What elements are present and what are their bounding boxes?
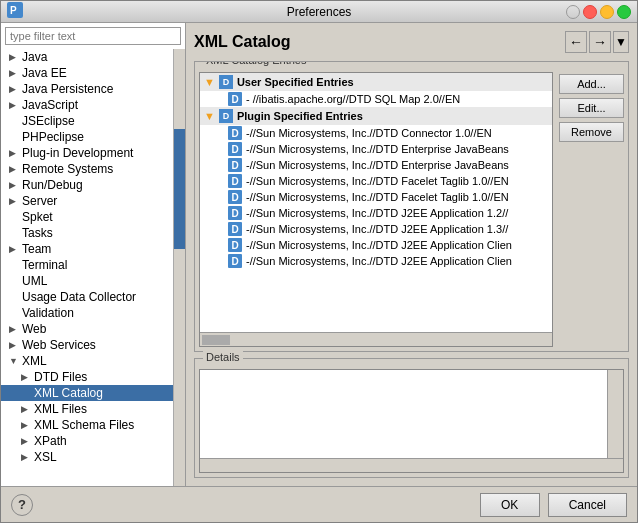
sidebar-item-team[interactable]: ▶ Team <box>1 241 173 257</box>
sidebar-item-label: UML <box>22 274 47 288</box>
hscrollbar-thumb[interactable] <box>202 335 230 345</box>
entry-doc-icon: D <box>228 142 242 156</box>
sidebar-scrollbar[interactable] <box>173 49 185 486</box>
sidebar-item-label: JSEclipse <box>22 114 75 128</box>
remove-button[interactable]: Remove <box>559 122 624 142</box>
sidebar-item-javapersistence[interactable]: ▶ Java Persistence <box>1 81 173 97</box>
sidebar-item-label: Java EE <box>22 66 67 80</box>
details-hscrollbar[interactable] <box>200 458 623 472</box>
window-title: Preferences <box>287 5 352 19</box>
sidebar-item-phpeclipse[interactable]: PHPeclipse <box>1 129 173 145</box>
sidebar-item-label: Spket <box>22 210 53 224</box>
close-button[interactable] <box>583 5 597 19</box>
sidebar-item-label: Remote Systems <box>22 162 113 176</box>
entry-doc-icon: D <box>228 206 242 220</box>
sidebar-item-uml[interactable]: UML <box>1 273 173 289</box>
catalog-entry-8[interactable]: D -//Sun Microsystems, Inc.//DTD J2EE Ap… <box>200 253 552 269</box>
ok-button[interactable]: OK <box>480 493 540 517</box>
sidebar-item-label: XML <box>22 354 47 368</box>
sidebar-item-label: Web <box>22 322 46 336</box>
sidebar-item-xmlcatalog[interactable]: XML Catalog <box>1 385 173 401</box>
details-text-area <box>200 370 607 458</box>
sidebar-item-server[interactable]: ▶ Server <box>1 193 173 209</box>
catalog-entry-4[interactable]: D -//Sun Microsystems, Inc.//DTD Facelet… <box>200 189 552 205</box>
expand-arrow: ▶ <box>9 52 19 62</box>
details-vscrollbar[interactable] <box>607 370 623 458</box>
sidebar-item-tasks[interactable]: Tasks <box>1 225 173 241</box>
sidebar-item-xml[interactable]: ▼ XML <box>1 353 173 369</box>
preferences-window: P Preferences ▶ Java ▶ Ja <box>0 0 638 523</box>
bottom-bar: ? OK Cancel <box>1 486 637 522</box>
sidebar-item-web[interactable]: ▶ Web <box>1 321 173 337</box>
sidebar-item-xsl[interactable]: ▶ XSL <box>1 449 173 465</box>
sidebar-item-terminal[interactable]: Terminal <box>1 257 173 273</box>
restore-button[interactable] <box>600 5 614 19</box>
sidebar-item-xmlfiles[interactable]: ▶ XML Files <box>1 401 173 417</box>
nav-dropdown[interactable]: ▼ <box>613 31 629 53</box>
cancel-button[interactable]: Cancel <box>548 493 627 517</box>
sidebar-item-webservices[interactable]: ▶ Web Services <box>1 337 173 353</box>
main-panel: XML Catalog ← → ▼ XML Catalog Entries ▼ <box>186 23 637 486</box>
user-specified-group[interactable]: ▼ D User Specified Entries <box>200 73 552 91</box>
catalog-entry-ibatis[interactable]: D - //ibatis.apache.org//DTD SQL Map 2.0… <box>200 91 552 107</box>
catalog-hscrollbar[interactable] <box>200 332 552 346</box>
sidebar-item-java[interactable]: ▶ Java <box>1 49 173 65</box>
sidebar-item-xmlschema[interactable]: ▶ XML Schema Files <box>1 417 173 433</box>
sidebar-item-xpath[interactable]: ▶ XPath <box>1 433 173 449</box>
panel-title: XML Catalog <box>194 33 291 51</box>
maximize-button[interactable] <box>617 5 631 19</box>
sidebar-item-usage[interactable]: Usage Data Collector <box>1 289 173 305</box>
panel-header: XML Catalog ← → ▼ <box>194 31 629 53</box>
expand-arrow: ▶ <box>9 100 19 110</box>
expand-arrow: ▶ <box>9 324 19 334</box>
dialog-buttons: OK Cancel <box>480 493 627 517</box>
expand-arrow: ▶ <box>21 372 31 382</box>
catalog-scroll[interactable]: ▼ D User Specified Entries D - //ibatis.… <box>200 73 552 332</box>
sidebar-item-label: Java Persistence <box>22 82 113 96</box>
help-button[interactable]: ? <box>11 494 33 516</box>
sidebar-item-label: PHPeclipse <box>22 130 84 144</box>
sidebar-item-spket[interactable]: Spket <box>1 209 173 225</box>
sidebar-item-jseclipse[interactable]: JSEclipse <box>1 113 173 129</box>
sidebar-item-label: XML Catalog <box>34 386 103 400</box>
entry-text: -//Sun Microsystems, Inc.//DTD Facelet T… <box>246 191 509 203</box>
sidebar-item-label: Server <box>22 194 57 208</box>
sidebar-item-rundebug[interactable]: ▶ Run/Debug <box>1 177 173 193</box>
titlebar: P Preferences <box>1 1 637 23</box>
sidebar-item-plugin[interactable]: ▶ Plug-in Development <box>1 145 173 161</box>
sidebar-item-label: Team <box>22 242 51 256</box>
svg-text:P: P <box>10 5 17 16</box>
entry-text: -//Sun Microsystems, Inc.//DTD J2EE Appl… <box>246 223 508 235</box>
back-button[interactable]: ← <box>565 31 587 53</box>
entry-text: -//Sun Microsystems, Inc.//DTD J2EE Appl… <box>246 255 512 267</box>
catalog-entry-2[interactable]: D -//Sun Microsystems, Inc.//DTD Enterpr… <box>200 157 552 173</box>
sidebar-item-label: XML Schema Files <box>34 418 134 432</box>
entry-doc-icon: D <box>228 126 242 140</box>
forward-button[interactable]: → <box>589 31 611 53</box>
entry-text: -//Sun Microsystems, Inc.//DTD Facelet T… <box>246 175 509 187</box>
sidebar-item-label: DTD Files <box>34 370 87 384</box>
entry-doc-icon: D <box>228 238 242 252</box>
catalog-entry-6[interactable]: D -//Sun Microsystems, Inc.//DTD J2EE Ap… <box>200 221 552 237</box>
plugin-specified-group[interactable]: ▼ D Plugin Specified Entries <box>200 107 552 125</box>
entries-row: ▼ D User Specified Entries D - //ibatis.… <box>199 72 624 347</box>
sidebar-item-javaee[interactable]: ▶ Java EE <box>1 65 173 81</box>
catalog-entry-7[interactable]: D -//Sun Microsystems, Inc.//DTD J2EE Ap… <box>200 237 552 253</box>
catalog-entry-1[interactable]: D -//Sun Microsystems, Inc.//DTD Enterpr… <box>200 141 552 157</box>
filter-input[interactable] <box>5 27 181 45</box>
entry-doc-icon: D <box>228 254 242 268</box>
details-label: Details <box>203 351 243 363</box>
add-button[interactable]: Add... <box>559 74 624 94</box>
tree-area[interactable]: ▶ Java ▶ Java EE ▶ Java Persistence ▶ Ja… <box>1 49 173 486</box>
sidebar-item-validation[interactable]: Validation <box>1 305 173 321</box>
catalog-entry-5[interactable]: D -//Sun Microsystems, Inc.//DTD J2EE Ap… <box>200 205 552 221</box>
sidebar-item-dtdfiles[interactable]: ▶ DTD Files <box>1 369 173 385</box>
sidebar-item-javascript[interactable]: ▶ JavaScript <box>1 97 173 113</box>
sidebar-item-remote[interactable]: ▶ Remote Systems <box>1 161 173 177</box>
sidebar-scrollbar-thumb[interactable] <box>174 129 185 249</box>
catalog-entry-0[interactable]: D -//Sun Microsystems, Inc.//DTD Connect… <box>200 125 552 141</box>
catalog-entry-3[interactable]: D -//Sun Microsystems, Inc.//DTD Facelet… <box>200 173 552 189</box>
minimize-button[interactable] <box>566 5 580 19</box>
app-icon: P <box>7 2 23 18</box>
edit-button[interactable]: Edit... <box>559 98 624 118</box>
